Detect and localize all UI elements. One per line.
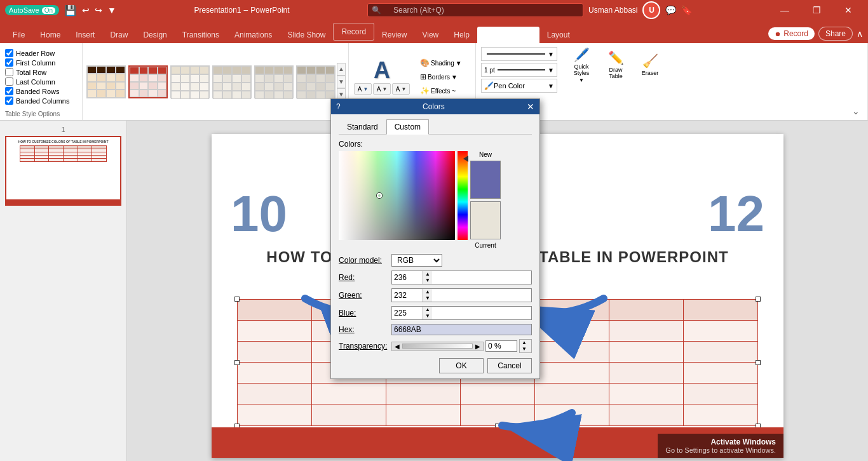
tab-standard[interactable]: Standard [339,119,386,134]
eraser-button[interactable]: 🧹 Eraser [635,46,665,84]
ribbon-tabs: File Home Insert Draw Design Transitions… [0,20,868,43]
last-column-check[interactable] [5,77,13,86]
table-style-thumb-3[interactable] [170,65,210,98]
green-input[interactable] [392,290,423,300]
bookmark-icon[interactable]: 🔖 [681,5,692,15]
user-avatar[interactable]: U [642,1,660,19]
tab-insert[interactable]: Insert [68,27,102,43]
tab-help[interactable]: Help [446,27,477,43]
first-column-checkbox[interactable]: First Column [5,58,77,67]
table-style-thumb-6[interactable] [296,65,336,98]
tab-view[interactable]: View [414,27,446,43]
last-column-checkbox[interactable]: Last Column [5,77,77,86]
table-style-thumb-5[interactable] [254,65,294,98]
color-model-select[interactable]: RGB [391,254,442,267]
blue-up[interactable]: ▲ [423,307,432,313]
collapse-button[interactable]: ⌄ [850,105,862,117]
banded-columns-checkbox[interactable]: Banded Columns [5,97,77,105]
banded-columns-check[interactable] [5,97,13,105]
pen-weight-selector[interactable]: 1 pt ▼ [481,63,557,77]
banded-rows-check[interactable] [5,87,13,95]
handle-tr[interactable] [756,297,761,302]
dialog-content: Standard Custom Colors: [331,114,539,378]
redo-icon[interactable]: ↪ [95,5,102,15]
tab-transitions[interactable]: Transitions [175,27,227,43]
minimize-button[interactable]: — [770,0,799,20]
tab-review[interactable]: Review [374,27,414,43]
color-dialog[interactable]: ? Colors ✕ Standard Custom Colors: [330,98,540,379]
handle-mr[interactable] [756,360,761,365]
tab-animations[interactable]: Animations [227,27,280,43]
dialog-close-button[interactable]: ✕ [527,102,534,112]
transparency-track[interactable] [402,344,473,349]
color-gradient[interactable] [339,151,455,240]
tab-file[interactable]: File [5,27,32,43]
tab-table-design[interactable]: Table Design [477,27,539,43]
table-style-thumb-2[interactable] [128,65,168,98]
blue-down[interactable]: ▼ [423,313,432,319]
pen-color-selector[interactable]: 🖌️ Pen Color ▼ [481,79,557,93]
trans-up[interactable]: ▲ [520,340,529,346]
autosave-toggle[interactable]: AutoSave On [5,5,59,15]
text-fill-button[interactable]: A ▼ [354,83,372,95]
color-picker-area: New Current [339,151,532,249]
dialog-help-button[interactable]: ? [336,102,341,111]
hex-input[interactable] [392,324,430,335]
ok-button[interactable]: OK [439,358,484,373]
tab-design[interactable]: Design [135,27,174,43]
customize-icon[interactable]: ▼ [107,5,116,15]
text-outline-button[interactable]: A ▼ [373,83,391,95]
total-row-checkbox[interactable]: Total Row [5,68,77,76]
tab-draw[interactable]: Draw [102,27,135,43]
transparency-slider-wrap[interactable]: ◀ ▶ [391,342,484,351]
red-up[interactable]: ▲ [423,271,432,277]
slide-thumbnail[interactable]: HOW TO CUSTOMIZE COLORS OF TABLE IN POWE… [5,136,121,206]
header-row-checkbox[interactable]: Header Row [5,49,77,57]
header-row-check[interactable] [5,49,13,57]
effects-button[interactable]: ✨ Effects ~ [417,85,465,97]
tab-custom[interactable]: Custom [386,119,429,135]
first-column-check[interactable] [5,58,13,67]
borders-button[interactable]: ⊞ Borders ▼ [417,71,465,83]
text-outline-icon: A [377,86,381,93]
green-up[interactable]: ▲ [423,289,432,295]
feedback-icon[interactable]: 💬 [665,5,676,15]
handle-tl[interactable] [234,297,240,302]
undo-icon[interactable]: ↩ [82,5,90,15]
handle-ml[interactable] [234,360,240,365]
pen-style-chevron: ▼ [548,51,554,58]
close-button[interactable]: ✕ [834,0,863,20]
draw-table-button[interactable]: ✏️ Draw Table [600,46,631,84]
trans-right-arrow[interactable]: ▶ [475,343,480,350]
share-button[interactable]: Share [818,27,853,41]
banded-rows-checkbox[interactable]: Banded Rows [5,87,77,95]
save-icon[interactable]: 💾 [64,4,77,17]
hue-slider[interactable] [458,151,468,240]
trans-left-arrow[interactable]: ◀ [395,343,400,350]
gallery-scroll-down[interactable]: ▼ [337,76,346,88]
gallery-scroll-up[interactable]: ▲ [337,63,346,76]
tab-record[interactable]: Record [333,23,374,41]
red-input[interactable] [392,272,423,283]
tab-home[interactable]: Home [32,27,68,43]
text-effects-button[interactable]: A ▼ [392,83,410,95]
tab-slideshow[interactable]: Slide Show [280,27,333,43]
record-button[interactable]: ⏺ Record [768,27,815,40]
quick-styles-button[interactable]: 🖊️ Quick Styles ▼ [566,46,597,84]
transparency-input[interactable] [486,341,509,351]
blue-label: Blue: [339,309,390,317]
collapse-ribbon-icon[interactable]: ∧ [857,29,863,39]
table-style-thumb-4[interactable] [212,65,252,98]
shading-button[interactable]: 🎨 Shading ▼ [417,57,465,69]
red-down[interactable]: ▼ [423,277,432,284]
pen-style-selector[interactable]: ▼ [481,47,557,61]
trans-down[interactable]: ▼ [520,346,529,352]
restore-button[interactable]: ❐ [802,0,831,20]
total-row-check[interactable] [5,68,13,76]
table-style-thumb-1[interactable] [86,65,126,98]
search-box[interactable]: 🔍 Search (Alt+Q) [367,3,583,17]
tab-layout[interactable]: Layout [539,27,578,43]
blue-input[interactable] [392,308,423,318]
cancel-button[interactable]: Cancel [487,358,532,373]
green-down[interactable]: ▼ [423,295,432,302]
